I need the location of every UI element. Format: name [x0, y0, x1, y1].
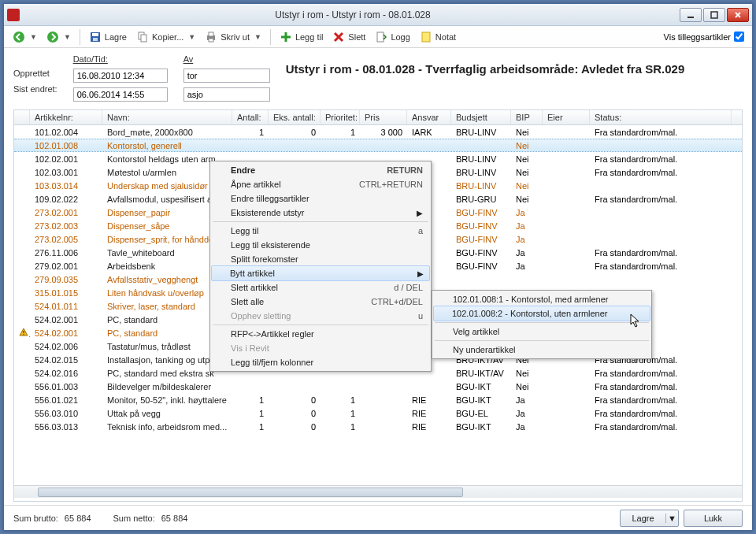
svg-rect-15: [23, 334, 24, 335]
svg-rect-6: [93, 38, 98, 41]
save-dropdown-arrow[interactable]: ▼: [665, 514, 678, 523]
table-row[interactable]: 556.01.021Monitor, 50-52", inkl. høyttal…: [14, 393, 742, 406]
scrollbar-thumb[interactable]: [38, 488, 463, 497]
created-label: Opprettet: [13, 69, 57, 78]
close-dialog-button[interactable]: Lukk: [684, 510, 743, 527]
table-header: Artikkelnr: Navn: Antall: Eks. antall: P…: [14, 110, 742, 125]
log-button[interactable]: Logg: [371, 28, 413, 46]
menu-item[interactable]: Legg til/fjern kolonner: [212, 355, 429, 369]
col-eks-antall[interactable]: Eks. antall:: [269, 110, 321, 124]
note-button[interactable]: Notat: [416, 28, 460, 46]
table-row[interactable]: 102.01.008Kontorstol, generellNei: [14, 139, 742, 152]
datetime-header: Dato/Tid:: [73, 54, 168, 64]
svg-rect-14: [23, 331, 24, 333]
submenu-item[interactable]: 102.01.008:1 - Kontorstol, med armlener: [434, 292, 650, 306]
show-extras-checkbox[interactable]: [734, 32, 744, 42]
window-title: Utstyr i rom - Utstyr i rom - 08.01.028: [26, 9, 680, 20]
sum-brutto-label: Sum brutto:: [13, 514, 58, 523]
svg-point-2: [13, 32, 24, 43]
table-row[interactable]: 101.02.004Bord_møte, 2000x8001013 000IAR…: [14, 125, 742, 139]
menu-item: Opphev slettingu: [212, 309, 429, 323]
back-button[interactable]: ▼: [9, 28, 41, 46]
col-antall[interactable]: Antall:: [232, 110, 269, 124]
by-header: Av: [183, 54, 270, 64]
close-button[interactable]: [727, 8, 749, 22]
menu-item: Vis i Revit: [212, 341, 429, 355]
col-eier[interactable]: Eier: [543, 110, 590, 124]
menu-item[interactable]: Endre tilleggsartikler: [212, 191, 429, 206]
svg-rect-0: [687, 17, 694, 18]
maximize-button[interactable]: [703, 8, 725, 22]
print-button[interactable]: Skriv ut▼: [201, 28, 265, 46]
sum-brutto-value: 65 884: [65, 514, 91, 523]
app-icon: [7, 9, 20, 21]
created-date-input[interactable]: [73, 69, 168, 83]
submenu-item[interactable]: Ny underartikkel: [434, 343, 650, 357]
menu-item[interactable]: RFP<->Artikkel regler: [212, 327, 429, 341]
svg-rect-1: [711, 12, 717, 18]
page-title: Utstyr i rom - 08.01.028 - Tverrfaglig a…: [286, 54, 743, 102]
svg-rect-10: [209, 32, 213, 36]
save-split-button[interactable]: Lagre ▼: [620, 510, 679, 527]
col-pris[interactable]: Pris: [360, 110, 407, 124]
sum-netto-label: Sum netto:: [113, 514, 155, 523]
svg-rect-12: [377, 32, 384, 42]
col-navn[interactable]: Navn:: [102, 110, 232, 124]
col-ansvar[interactable]: Ansvar: [407, 110, 451, 124]
svg-rect-5: [92, 33, 98, 36]
svg-rect-11: [209, 39, 213, 42]
menu-item[interactable]: Splitt forekomster: [212, 252, 429, 266]
toolbar: ▼ ▼ Lagre Kopier...▼ Skriv ut▼ Legg til …: [4, 26, 752, 48]
titlebar: Utstyr i rom - Utstyr i rom - 08.01.028: [4, 4, 752, 26]
menu-item[interactable]: Legg tila: [212, 224, 429, 238]
created-by-input[interactable]: [183, 69, 270, 83]
horizontal-scrollbar[interactable]: [14, 485, 742, 498]
svg-rect-8: [141, 35, 146, 42]
modified-label: Sist endret:: [13, 84, 57, 94]
menu-item[interactable]: Slett artikkeld / DEL: [212, 280, 429, 295]
cursor-icon: [630, 313, 643, 329]
menu-item[interactable]: EndreRETURN: [212, 163, 429, 177]
copy-button[interactable]: Kopier...▼: [132, 28, 199, 46]
menu-item[interactable]: Slett alleCTRL+d/DEL: [212, 295, 429, 309]
col-budsjett[interactable]: Budsjett: [451, 110, 511, 124]
col-prioritet[interactable]: Prioritet:: [321, 110, 360, 124]
sum-netto-value: 65 884: [161, 514, 188, 523]
table-row[interactable]: 556.03.010Uttak på vegg101RIEBGU-ELJaFra…: [14, 406, 742, 420]
submenu-item[interactable]: Velg artikkel: [434, 324, 650, 339]
forward-button[interactable]: ▼: [43, 28, 75, 46]
context-submenu[interactable]: 102.01.008:1 - Kontorstol, med armlener1…: [432, 290, 652, 359]
menu-item[interactable]: Bytt artikkel▶: [211, 265, 430, 281]
table-row[interactable]: 556.03.013Teknisk info, arbeidsrom med..…: [14, 420, 742, 433]
save-button[interactable]: Lagre: [85, 28, 131, 46]
show-extras-toggle[interactable]: Vis tilleggsartikler: [661, 32, 747, 42]
col-artikkelnr[interactable]: Artikkelnr:: [30, 110, 102, 124]
menu-item[interactable]: Legg til eksisterende: [212, 238, 429, 252]
delete-button[interactable]: Slett: [328, 28, 369, 46]
status-bar: Sum brutto: 65 884 Sum netto: 65 884 Lag…: [4, 505, 752, 530]
context-menu[interactable]: EndreRETURNÅpne artikkelCTRL+RETURNEndre…: [209, 161, 432, 372]
col-bip[interactable]: BIP: [511, 110, 543, 124]
modified-date-input[interactable]: [73, 87, 168, 102]
menu-item[interactable]: Åpne artikkelCTRL+RETURN: [212, 177, 429, 191]
menu-item[interactable]: Eksisterende utstyr▶: [212, 206, 429, 220]
meta-panel: Opprettet Sist endret: Dato/Tid: Av Utst…: [4, 48, 752, 105]
submenu-item[interactable]: 102.01.008:2 - Kontorstol, uten armlener: [433, 306, 650, 321]
minimize-button[interactable]: [680, 8, 702, 22]
modified-by-input[interactable]: [183, 87, 270, 102]
col-status[interactable]: Status:: [590, 110, 732, 124]
svg-point-3: [47, 32, 58, 43]
svg-rect-13: [422, 32, 430, 42]
table-row[interactable]: 556.01.003Bildevelger m/bildeskalererBGU…: [14, 380, 742, 393]
add-button[interactable]: Legg til: [276, 28, 327, 46]
